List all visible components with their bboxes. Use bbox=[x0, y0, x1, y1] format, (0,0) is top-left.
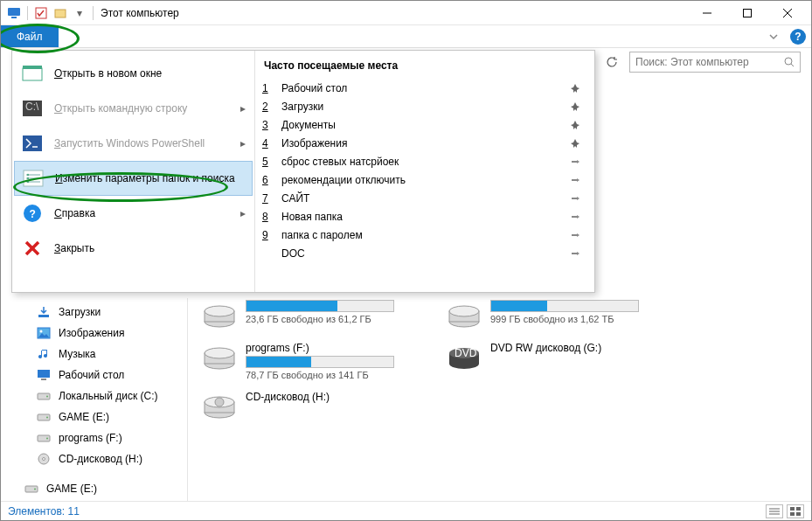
svg-point-46 bbox=[34, 489, 36, 490]
pin-icon[interactable] bbox=[570, 138, 587, 149]
ribbon-collapse-icon[interactable] bbox=[762, 25, 785, 47]
app-icon bbox=[6, 5, 22, 21]
pushpin-icon[interactable] bbox=[570, 212, 587, 222]
view-switcher bbox=[766, 504, 804, 518]
drive-icon bbox=[202, 391, 237, 422]
pushpin-icon[interactable] bbox=[570, 193, 587, 204]
pushpin-icon[interactable] bbox=[570, 156, 587, 167]
frequent-place-item[interactable]: 2Загрузки bbox=[262, 97, 587, 115]
disk-icon bbox=[36, 389, 52, 403]
file-menu-label: Закрыть bbox=[54, 242, 246, 254]
drive-free-text: 999 ГБ свободно из 1,62 ТБ bbox=[490, 314, 665, 324]
pushpin-icon[interactable] bbox=[570, 175, 587, 185]
pushpin-icon[interactable] bbox=[570, 230, 587, 240]
frequent-place-item[interactable]: 1Рабочий стол bbox=[262, 79, 587, 97]
file-tab[interactable]: Файл bbox=[1, 25, 59, 47]
drive-icon bbox=[447, 300, 482, 331]
frequent-place-item[interactable]: 5сброс стевых натсрйоек bbox=[262, 152, 587, 170]
help-icon[interactable]: ? bbox=[790, 29, 806, 45]
search-input[interactable] bbox=[635, 56, 779, 68]
refresh-button[interactable] bbox=[601, 52, 622, 73]
item-number: 8 bbox=[262, 211, 276, 223]
drive-item[interactable]: 23,6 ГБ свободно из 61,2 ГБ bbox=[202, 300, 420, 331]
sidebar-item-label: Изображения bbox=[59, 327, 124, 339]
item-name: Изображения bbox=[276, 137, 570, 149]
drive-item[interactable]: DVDDVD RW дисковод (G:) bbox=[447, 342, 665, 380]
file-menu-right: Часто посещаемые места 1Рабочий стол2Заг… bbox=[255, 51, 594, 292]
file-menu-label: Запустить Windows PowerShell bbox=[54, 137, 230, 149]
details-view-button[interactable] bbox=[766, 504, 783, 518]
sidebar-item[interactable]: Изображения bbox=[1, 323, 187, 344]
file-menu-item-cmd[interactable]: C:\ Открыть командную строку ▸ bbox=[12, 91, 254, 126]
search-box[interactable] bbox=[629, 52, 801, 73]
drive-usage-bar bbox=[246, 356, 394, 368]
main-area: ЗагрузкиИзображенияМузыкаРабочий столЛок… bbox=[1, 298, 811, 501]
sidebar-item[interactable]: Рабочий стол bbox=[1, 365, 187, 386]
svg-rect-14 bbox=[23, 135, 42, 151]
sidebar-item[interactable]: GAME (E:) bbox=[1, 478, 187, 499]
frequent-place-item[interactable]: 9папка с паролем bbox=[262, 226, 587, 244]
maximize-button[interactable] bbox=[727, 1, 767, 25]
qat-newfolder-icon[interactable] bbox=[52, 5, 68, 21]
drive-item[interactable]: CD-дисковод (H:) bbox=[202, 391, 420, 422]
frequent-place-item[interactable]: 6рекомендации отключить bbox=[262, 170, 587, 189]
sidebar-item-label: CD-дисковод (H:) bbox=[59, 453, 142, 465]
file-menu-item-help[interactable]: ? Справка ▸ bbox=[12, 196, 254, 231]
pin-icon[interactable] bbox=[570, 120, 587, 130]
svg-rect-32 bbox=[38, 315, 49, 317]
sidebar-item[interactable]: CD-дисковод (H:) bbox=[1, 448, 187, 469]
minimize-button[interactable] bbox=[687, 1, 727, 25]
disk-icon bbox=[36, 431, 52, 445]
file-menu: Открыть в новом окне C:\ Открыть командн… bbox=[11, 50, 595, 293]
frequent-place-item[interactable]: 4Изображения bbox=[262, 134, 587, 152]
titlebar: ▾ Этот компьютер bbox=[1, 1, 811, 25]
drive-name: programs (F:) bbox=[246, 342, 420, 354]
file-tab-label: Файл bbox=[17, 31, 43, 43]
svg-rect-36 bbox=[41, 379, 46, 380]
content-area: 23,6 ГБ свободно из 61,2 ГБ999 ГБ свобод… bbox=[188, 298, 811, 501]
svg-rect-35 bbox=[38, 370, 50, 378]
sidebar-item[interactable]: Загрузки bbox=[1, 302, 187, 323]
sidebar: ЗагрузкиИзображенияМузыкаРабочий столЛок… bbox=[1, 298, 188, 501]
item-name: Загрузки bbox=[276, 101, 570, 113]
svg-point-38 bbox=[46, 396, 48, 398]
svg-rect-31 bbox=[572, 253, 577, 254]
sidebar-item[interactable]: programs (F:) bbox=[1, 427, 187, 448]
close-button[interactable] bbox=[767, 1, 808, 25]
sidebar-item[interactable]: GAME (E:) bbox=[1, 406, 187, 427]
drive-item[interactable]: programs (F:)78,7 ГБ свободно из 141 ГБ bbox=[202, 342, 420, 380]
file-menu-item-new-window[interactable]: Открыть в новом окне bbox=[12, 56, 254, 91]
sidebar-item[interactable]: Локальный диск (C:) bbox=[1, 386, 187, 406]
frequent-place-item[interactable]: 7САЙТ bbox=[262, 189, 587, 207]
svg-text:C:\: C:\ bbox=[25, 101, 39, 113]
separator bbox=[93, 6, 94, 20]
ribbon: Файл ? bbox=[1, 25, 811, 48]
pushpin-icon[interactable] bbox=[570, 248, 587, 259]
svg-point-49 bbox=[205, 306, 234, 316]
pin-icon[interactable] bbox=[570, 101, 587, 112]
qat-properties-icon[interactable] bbox=[33, 5, 49, 21]
svg-point-21 bbox=[27, 181, 29, 183]
new-window-icon bbox=[21, 63, 44, 84]
help-icon: ? bbox=[21, 203, 44, 224]
chevron-right-icon: ▸ bbox=[240, 102, 246, 115]
pin-icon[interactable] bbox=[570, 83, 587, 94]
file-menu-item-powershell[interactable]: Запустить Windows PowerShell ▸ bbox=[12, 126, 254, 161]
file-menu-label: Изменить параметры папок и поиска bbox=[55, 172, 245, 184]
tiles-view-button[interactable] bbox=[787, 504, 804, 518]
item-name: DOC bbox=[276, 247, 570, 260]
svg-rect-10 bbox=[23, 68, 42, 80]
cmd-icon: C:\ bbox=[21, 98, 44, 119]
file-menu-item-folder-options[interactable]: Изменить параметры папок и поиска bbox=[14, 161, 253, 196]
qat-dropdown-icon[interactable]: ▾ bbox=[72, 5, 87, 21]
item-number: 4 bbox=[262, 137, 276, 149]
svg-rect-3 bbox=[55, 10, 66, 17]
file-menu-item-close[interactable]: Закрыть bbox=[12, 231, 254, 266]
item-number: 2 bbox=[262, 101, 276, 113]
drive-item[interactable]: 999 ГБ свободно из 1,62 ТБ bbox=[447, 300, 665, 331]
image-icon bbox=[36, 326, 52, 340]
frequent-place-item[interactable]: 8Новая папка bbox=[262, 207, 587, 226]
frequent-place-item[interactable]: 3Документы bbox=[262, 115, 587, 134]
frequent-place-item[interactable]: DOC bbox=[262, 244, 587, 262]
sidebar-item[interactable]: Музыка bbox=[1, 344, 187, 365]
